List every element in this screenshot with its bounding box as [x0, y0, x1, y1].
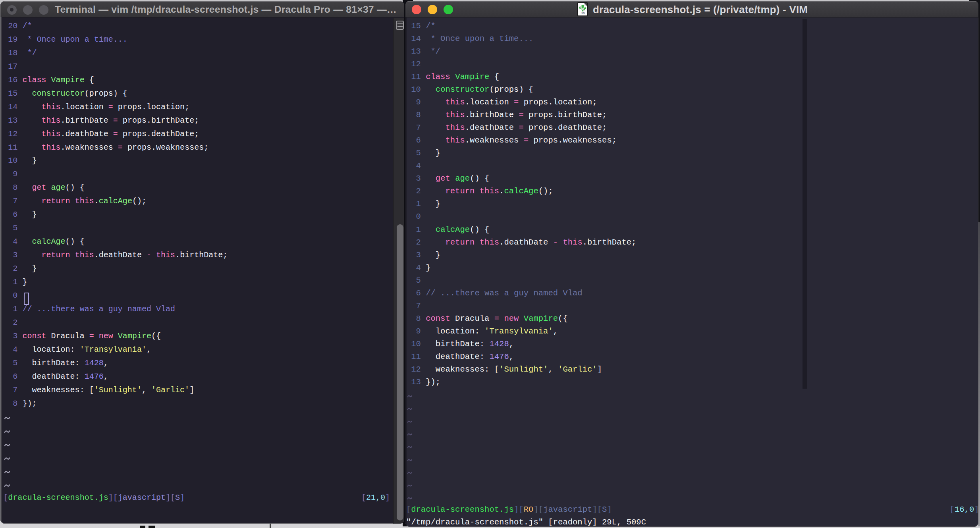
svg-text:JS: JS	[581, 11, 585, 15]
